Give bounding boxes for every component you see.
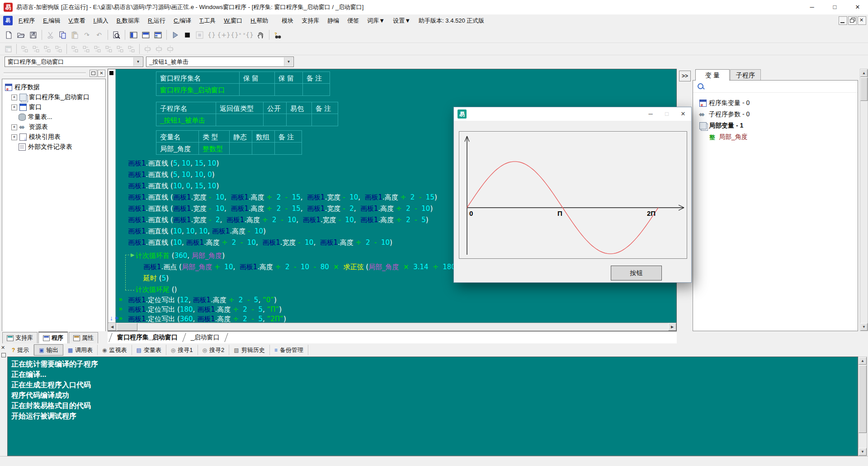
side-tab-0[interactable]: 支持库: [2, 332, 38, 343]
scroll-left-icon[interactable]: ◀: [108, 323, 116, 331]
expander-icon[interactable]: +: [11, 105, 17, 110]
pin-icon[interactable]: [1, 353, 6, 357]
open-icon[interactable]: [15, 29, 27, 41]
table-header-cell[interactable]: 备 注: [303, 71, 330, 84]
table-header-cell[interactable]: 静态: [230, 130, 252, 143]
table-cell[interactable]: [275, 84, 303, 96]
table-cell[interactable]: 局部_角度: [156, 143, 199, 155]
save-icon[interactable]: [27, 29, 39, 41]
scroll-thumb[interactable]: [859, 365, 867, 433]
code-h-scrollbar[interactable]: ◀▶: [108, 323, 676, 331]
assembly-combobox[interactable]: 窗口程序集_启动窗口 ▼: [5, 57, 143, 67]
menu-item-0[interactable]: F.程序: [14, 14, 39, 27]
code-line[interactable]: 画板1.定位写出 (180, 画板1.高度 ÷ 2 - 5, “Π”): [128, 305, 282, 314]
code-line[interactable]: 画板1.画直线 (10, 画板1.高度 ÷ 2 - 10, 画板1.宽度 - 1…: [128, 238, 392, 247]
menu-item-1[interactable]: E.编辑: [39, 14, 64, 27]
variable-tree-item[interactable]: 局部变量 - 1: [699, 121, 743, 130]
menu-item-4[interactable]: B.数据库: [113, 14, 144, 27]
menu-item-11[interactable]: 支持库: [297, 14, 323, 27]
scroll-up-icon[interactable]: ▲: [860, 69, 868, 77]
output-tab-3[interactable]: ◉监视表: [98, 345, 132, 355]
expander-icon[interactable]: +: [11, 124, 17, 130]
close-panel-button[interactable]: [98, 70, 105, 77]
table-header-cell[interactable]: 类 型: [199, 130, 230, 143]
new-icon[interactable]: [3, 29, 14, 41]
menu-item-2[interactable]: V.查看: [64, 14, 89, 27]
table-header-cell[interactable]: 变量名: [156, 130, 199, 143]
menu-item-13[interactable]: 便签: [343, 14, 363, 27]
chevron-down-icon[interactable]: ▼: [133, 57, 142, 66]
subroutine-combobox[interactable]: _按钮1_被单击 ▼: [146, 57, 294, 67]
code-line[interactable]: 延时 (5): [143, 274, 169, 283]
table-header-cell[interactable]: 返回值类型: [216, 102, 264, 114]
output-v-scrollbar[interactable]: ▲▼: [858, 357, 867, 456]
stop-icon[interactable]: [181, 29, 193, 41]
output-tab-1[interactable]: ▣输出: [34, 344, 63, 356]
right-tab-subroutines[interactable]: 子程序: [730, 69, 761, 81]
code-line[interactable]: 画板1.画直线 (画板1.宽度 - 10, 画板1.高度 ÷ 2 - 15, 画…: [128, 204, 433, 213]
tree-item[interactable]: 外部文件记录表: [11, 143, 72, 152]
close-button[interactable]: ✕: [847, 0, 868, 14]
layout-grid-icon[interactable]: [152, 29, 164, 41]
layout-left-icon[interactable]: [127, 29, 139, 41]
output-tab-8[interactable]: ≡备份管理: [270, 345, 308, 355]
table-cell[interactable]: [230, 143, 252, 155]
table-cell[interactable]: [240, 84, 275, 96]
table-header-cell[interactable]: 易包: [287, 102, 312, 114]
right-tab-variables[interactable]: 变 量: [695, 69, 730, 81]
menu-item-6[interactable]: C.编译: [170, 14, 195, 27]
tree-item[interactable]: +窗口程序集_启动窗口: [11, 93, 90, 102]
tree-item[interactable]: 常量表...: [11, 113, 52, 122]
mdi-restore-icon[interactable]: [848, 16, 857, 25]
scroll-thumb[interactable]: [117, 323, 137, 331]
output-console[interactable]: 正在统计需要编译的子程序正在编译...正在生成主程序入口代码程序代码编译成功正在…: [7, 357, 858, 456]
code-line[interactable]: 画板1.画点 (局部_角度 + 10, 画板1.高度 ÷ 2 - 10 - 80…: [143, 263, 470, 271]
code-line[interactable]: 计次循环尾 (): [136, 285, 177, 294]
output-tab-0[interactable]: ?提示: [7, 345, 34, 355]
scroll-down-icon[interactable]: ▼: [860, 323, 868, 331]
code-line[interactable]: 画板1.画直线 (画板1.宽度 - 10, 画板1.高度 ÷ 2 - 15, 画…: [128, 193, 437, 202]
table-cell[interactable]: [216, 114, 264, 126]
button-control[interactable]: 按钮: [611, 266, 662, 281]
table-cell[interactable]: [275, 143, 302, 155]
table-cell[interactable]: 窗口程序集_启动窗口: [156, 84, 240, 96]
output-tab-5[interactable]: ◎搜寻1: [166, 345, 198, 355]
tree-item[interactable]: +窗口: [11, 103, 42, 112]
variable-tree-item[interactable]: 子程序参数 - 0: [699, 110, 750, 119]
expander-icon[interactable]: +: [11, 134, 17, 140]
close-output-icon[interactable]: ✕: [1, 345, 5, 351]
variable-tree-item[interactable]: 程序集变量 - 0: [699, 99, 750, 108]
mdi-close-icon[interactable]: [858, 16, 866, 25]
find-icon[interactable]: [110, 29, 122, 41]
table-cell[interactable]: _按钮1_被单击: [156, 114, 216, 126]
table-cell[interactable]: 整数型: [199, 143, 230, 155]
code-line[interactable]: 画板1.画直线 (5, 10, 10, 0): [128, 171, 215, 179]
code-line[interactable]: 画板1.画直线 (画板1.宽度 - 2, 画板1.高度 ÷ 2 - 10, 画板…: [128, 216, 429, 224]
menu-item-5[interactable]: R.运行: [144, 14, 170, 27]
maximize-button[interactable]: □: [825, 0, 845, 14]
menu-item-7[interactable]: T.工具: [195, 14, 220, 27]
dock-handle[interactable]: [4, 72, 86, 75]
menu-item-10[interactable]: 模块: [278, 14, 297, 27]
tree-item[interactable]: +模块引用表: [11, 133, 61, 142]
table-header-cell[interactable]: 窗口程序集名: [156, 71, 240, 84]
document-tab-1[interactable]: _启动窗口: [187, 333, 223, 342]
expander-icon[interactable]: +: [11, 95, 17, 100]
table-header-cell[interactable]: 保 留: [275, 71, 303, 84]
runtime-title-bar[interactable]: 易 ✕ □ ─: [454, 107, 691, 121]
menu-item-15[interactable]: 设置▼: [389, 14, 415, 27]
copy-icon[interactable]: [57, 29, 68, 41]
table-header-cell[interactable]: 备 注: [275, 130, 302, 143]
table-cell[interactable]: [287, 114, 312, 126]
code-line[interactable]: 画板1.画直线 (10, 10, 10, 画板1.高度 - 10): [128, 227, 266, 236]
find-next-icon[interactable]: ?: [272, 29, 283, 41]
output-tab-6[interactable]: ◎搜寻2: [198, 345, 230, 355]
table-cell[interactable]: [264, 114, 287, 126]
variable-tree-item[interactable]: 局部_角度: [709, 133, 748, 142]
runtime-minimize-button[interactable]: ─: [642, 107, 659, 121]
side-tab-1[interactable]: 程序: [38, 332, 68, 343]
main-v-scrollbar[interactable]: ▲▼: [860, 69, 868, 331]
scroll-up-icon[interactable]: ▲: [859, 357, 867, 365]
collapse-panel-button[interactable]: >>: [679, 71, 691, 81]
table-header-cell[interactable]: 保 留: [240, 71, 275, 84]
